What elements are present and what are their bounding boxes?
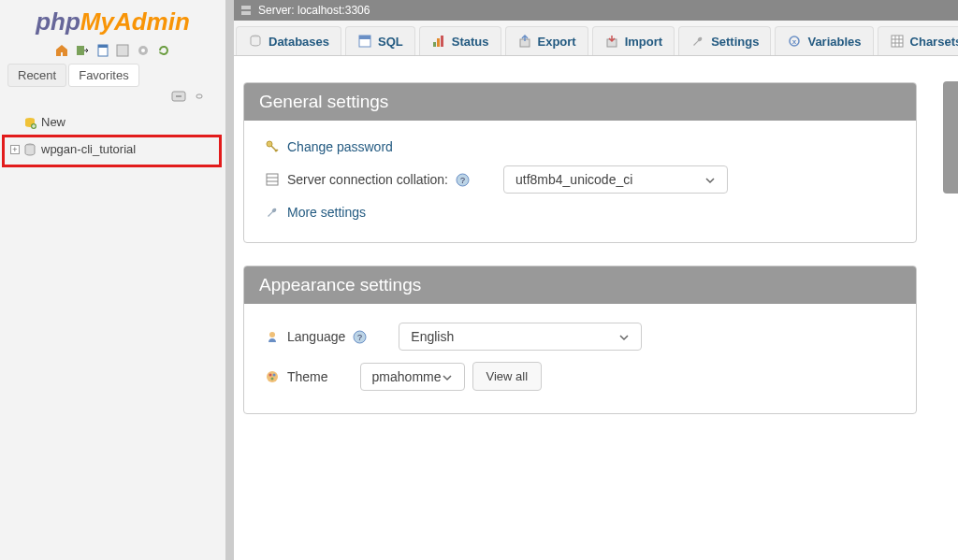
- settings-wrench-icon: [690, 34, 705, 49]
- expand-icon[interactable]: +: [10, 145, 20, 154]
- appearance-settings-header: Appearance settings: [244, 266, 916, 304]
- quick-icons-row: [0, 38, 225, 64]
- logo-part-php: php: [36, 7, 80, 36]
- reload-icon[interactable]: [156, 43, 171, 58]
- svg-point-5: [141, 49, 145, 52]
- sql-query-icon[interactable]: [115, 43, 130, 58]
- more-settings-row: More settings: [265, 199, 895, 225]
- content-area: General settings Change password Server …: [226, 56, 958, 453]
- top-tabs: Databases SQL Status Export Import Setti…: [226, 21, 958, 56]
- collation-select[interactable]: utf8mb4_unicode_ci: [503, 165, 728, 194]
- svg-rect-11: [241, 11, 251, 15]
- svg-point-30: [267, 371, 278, 382]
- language-row: Language ? English: [265, 317, 895, 356]
- language-select[interactable]: English: [399, 323, 642, 351]
- tab-label: SQL: [378, 35, 403, 49]
- status-icon: [431, 34, 446, 49]
- theme-select[interactable]: pmahomme: [360, 363, 465, 391]
- tree-new-label: New: [41, 115, 65, 129]
- tab-label: Databases: [269, 35, 329, 49]
- view-all-themes-button[interactable]: View all: [472, 362, 543, 391]
- export-icon: [517, 34, 532, 49]
- chevron-down-icon: [442, 371, 453, 382]
- general-settings-panel: General settings Change password Server …: [243, 82, 917, 243]
- collation-value: utf8mb4_unicode_ci: [515, 172, 632, 187]
- gear-icon[interactable]: [136, 43, 151, 58]
- collapse-all-icon[interactable]: [171, 91, 186, 102]
- key-icon: [265, 139, 280, 154]
- tab-variables[interactable]: x Variables: [775, 26, 873, 55]
- database-icon: [22, 142, 37, 157]
- tab-label: Variables: [807, 35, 861, 49]
- tab-recent[interactable]: Recent: [7, 64, 66, 87]
- change-password-link[interactable]: Change password: [287, 139, 393, 154]
- theme-icon: [265, 369, 280, 384]
- language-label: Language: [287, 329, 345, 344]
- svg-text:x: x: [792, 37, 797, 46]
- tree-new-database[interactable]: New: [9, 112, 218, 133]
- new-db-icon: [22, 115, 37, 130]
- svg-rect-16: [437, 38, 440, 47]
- home-icon[interactable]: [54, 43, 69, 58]
- logout-icon[interactable]: [75, 43, 90, 58]
- tab-label: Charsets: [910, 35, 958, 49]
- breadcrumb: Server: localhost:3306: [226, 0, 958, 21]
- general-settings-header: General settings: [244, 83, 916, 121]
- appearance-settings-panel: Appearance settings Language ? English T…: [243, 266, 917, 414]
- docs-icon[interactable]: [95, 43, 110, 58]
- help-icon[interactable]: ?: [456, 173, 470, 187]
- variables-icon: x: [787, 34, 802, 49]
- tree-db-label: wpgan-cli_tutorial: [41, 142, 136, 156]
- sql-icon: [357, 34, 372, 49]
- svg-point-31: [269, 373, 272, 376]
- tab-favorites[interactable]: Favorites: [68, 64, 138, 87]
- help-icon[interactable]: ?: [353, 330, 367, 344]
- tab-label: Settings: [711, 35, 759, 49]
- theme-row: Theme pmahomme View all: [265, 356, 895, 396]
- chevron-down-icon: [704, 174, 716, 185]
- tab-status[interactable]: Status: [419, 26, 501, 55]
- pane-resize-handle[interactable]: [226, 0, 234, 560]
- link-icon[interactable]: [192, 91, 207, 102]
- charsets-icon: [890, 34, 905, 49]
- tab-settings[interactable]: Settings: [678, 26, 771, 55]
- svg-rect-10: [241, 6, 251, 9]
- svg-rect-0: [77, 46, 84, 55]
- collation-row: Server connection collation: ? utf8mb4_u…: [265, 160, 895, 199]
- main-area: Server: localhost:3306 Databases SQL Sta…: [226, 0, 958, 560]
- collation-label: Server connection collation:: [287, 172, 448, 187]
- svg-rect-3: [117, 45, 128, 56]
- theme-value: pmahomme: [372, 369, 442, 384]
- change-password-row: Change password: [265, 134, 895, 160]
- tab-label: Status: [452, 35, 489, 49]
- tree-action-row: [0, 87, 225, 108]
- tab-charsets[interactable]: Charsets: [878, 26, 958, 55]
- theme-label: Theme: [287, 369, 328, 384]
- tab-label: Import: [625, 35, 662, 49]
- svg-rect-2: [98, 45, 108, 48]
- svg-text:?: ?: [357, 333, 362, 342]
- sidebar-tabs: Recent Favorites: [0, 64, 225, 87]
- svg-text:?: ?: [460, 176, 465, 185]
- tab-databases[interactable]: Databases: [236, 26, 341, 55]
- tab-label: Export: [538, 35, 576, 49]
- svg-rect-22: [892, 36, 903, 47]
- more-settings-link[interactable]: More settings: [287, 205, 366, 220]
- svg-point-27: [269, 332, 275, 337]
- svg-rect-24: [267, 174, 278, 185]
- database-tree: New + wpgan-cli_tutorial: [0, 108, 225, 167]
- server-icon: [240, 4, 253, 17]
- import-icon: [604, 34, 619, 49]
- tree-db-wpgan-cli-tutorial[interactable]: + wpgan-cli_tutorial: [2, 135, 222, 167]
- language-icon: [265, 329, 280, 344]
- tab-sql[interactable]: SQL: [345, 26, 415, 55]
- phpmyadmin-logo[interactable]: phpMyAdmin: [0, 0, 225, 38]
- breadcrumb-text[interactable]: Server: localhost:3306: [258, 4, 370, 17]
- svg-point-32: [273, 373, 276, 376]
- chevron-down-icon: [618, 331, 630, 342]
- tab-export[interactable]: Export: [505, 26, 588, 55]
- tab-import[interactable]: Import: [592, 26, 675, 55]
- svg-rect-14: [359, 36, 370, 39]
- wrench-icon: [265, 205, 280, 220]
- databases-icon: [248, 34, 263, 49]
